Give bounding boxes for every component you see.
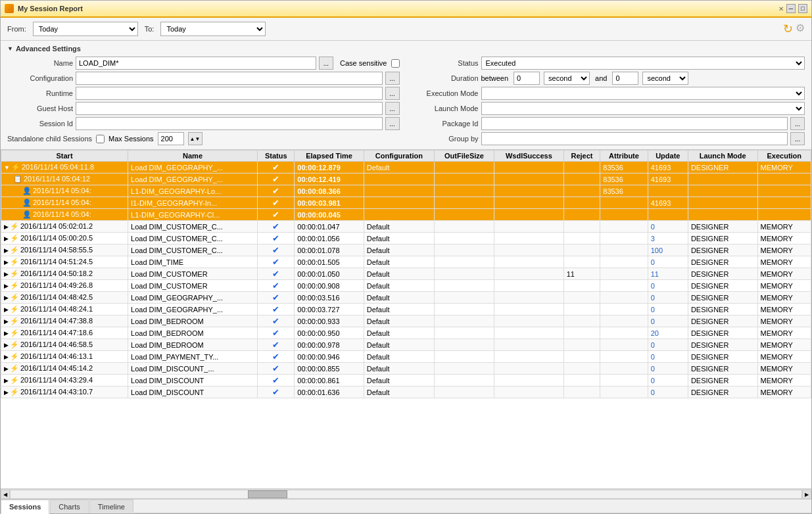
cell-status: ✔ [258, 351, 295, 363]
tab-charts[interactable]: Charts [50, 500, 88, 513]
table-row[interactable]: ▶⚡2016/11/14 04:48:24.1Load DIM_GEOGRAPH… [1, 304, 811, 315]
lightning-icon: ⚡ [10, 258, 19, 266]
collapse-icon[interactable]: ▼ [7, 45, 13, 52]
table-row[interactable]: 👤2016/11/14 05:04:L1-DIM_GEOGRAPHY-Cl...… [1, 209, 811, 221]
tab-timeline[interactable]: Timeline [89, 500, 133, 513]
expand-icon[interactable]: ▶ [4, 271, 9, 277]
expand-icon[interactable]: ▶ [4, 294, 9, 301]
table-row[interactable]: ▶⚡2016/11/14 04:47:38.8Load DIM_BEDROOM✔… [1, 315, 811, 327]
duration-from-unit[interactable]: second minute hour [544, 72, 590, 85]
launch-mode-select[interactable]: DESIGNER CMD [481, 102, 805, 115]
col-update[interactable]: Update [648, 151, 688, 162]
expand-icon[interactable]: ▶ [4, 259, 9, 266]
config-input[interactable] [76, 72, 383, 85]
cell-elapsed: 00:00:00.933 [295, 315, 364, 327]
col-elapsed[interactable]: Elapsed Time [295, 151, 364, 162]
table-row[interactable]: ▶⚡2016/11/14 04:47:18.6Load DIM_BEDROOM✔… [1, 327, 811, 339]
expand-icon[interactable]: ▶ [4, 283, 9, 289]
table-row[interactable]: ▶⚡2016/11/14 04:45:14.2Load DIM_DISCOUNT… [1, 363, 811, 375]
cell-elapsed: 00:00:00.946 [295, 351, 364, 363]
group-by-input[interactable] [481, 132, 788, 145]
duration-to-unit[interactable]: second minute hour [642, 72, 688, 85]
col-wsdl[interactable]: WsdlSuccess [494, 151, 564, 162]
col-name[interactable]: Name [128, 151, 258, 162]
table-row[interactable]: ▶⚡2016/11/14 04:48:42.5Load DIM_GEOGRAPH… [1, 292, 811, 304]
settings-icon[interactable]: ⚙ [796, 22, 805, 36]
expand-icon[interactable]: ▶ [4, 247, 9, 254]
table-row[interactable]: ▶⚡2016/11/14 04:46:13.1Load DIM_PAYMENT_… [1, 351, 811, 363]
expand-icon[interactable]: ▶ [4, 354, 9, 360]
runtime-input[interactable] [76, 87, 383, 100]
table-row[interactable]: ▶⚡2016/11/14 04:49:26.8Load DIM_CUSTOMER… [1, 280, 811, 292]
expand-icon[interactable]: ▶ [4, 389, 9, 396]
col-exec[interactable]: Execution [757, 151, 811, 162]
table-container[interactable]: Start Name Status Elapsed Time Configura… [1, 150, 811, 489]
table-row[interactable]: ▶⚡2016/11/14 04:58:55.5Load DIM_CUSTOMER… [1, 245, 811, 256]
expand-icon[interactable]: ▶ [4, 223, 9, 230]
session-id-input[interactable] [76, 117, 383, 130]
cell-execution: MEMORY [757, 245, 811, 256]
max-sessions-input[interactable] [158, 132, 184, 145]
table-row[interactable]: ▶⚡2016/11/14 04:50:18.2Load DIM_CUSTOMER… [1, 268, 811, 280]
max-sessions-spin[interactable]: ▲▼ [188, 132, 203, 145]
h-scrollbar[interactable] [10, 490, 802, 499]
window-close-icon[interactable]: ✕ [776, 4, 786, 14]
guest-host-row: Guest Host ... [7, 102, 400, 115]
table-row[interactable]: ▶⚡2016/11/14 05:00:20.5Load DIM_CUSTOMER… [1, 233, 811, 245]
duration-from-input[interactable] [513, 72, 540, 85]
expand-icon[interactable]: ▶ [4, 377, 9, 384]
exec-mode-select[interactable]: MEMORY DISK [481, 87, 805, 100]
expand-icon[interactable]: ▶ [4, 235, 9, 242]
name-browse-button[interactable]: ... [319, 57, 333, 70]
status-select[interactable]: Executed Running Failed All [481, 57, 805, 70]
expand-icon[interactable]: ▼ [4, 164, 10, 171]
table-row[interactable]: 👤2016/11/14 05:04:I1-DIM_GEOGRAPHY-In...… [1, 197, 811, 209]
col-start[interactable]: Start [1, 151, 128, 162]
expand-icon[interactable]: ▶ [4, 306, 9, 313]
table-row[interactable]: ▶⚡2016/11/14 04:51:24.5Load DIM_TIME✔00:… [1, 256, 811, 268]
cell-execution: MEMORY [757, 386, 811, 398]
expand-icon[interactable]: ▶ [4, 342, 9, 348]
cell-name: Load DIM_CUSTOMER_C... [128, 245, 258, 256]
scrollbar-area: ◀ ▶ [1, 489, 811, 499]
col-attribute[interactable]: Attribute [600, 151, 648, 162]
refresh-icon[interactable]: ↻ [783, 22, 793, 36]
table-row[interactable]: ▶⚡2016/11/14 04:43:10.7Load DIM_DISCOUNT… [1, 386, 811, 398]
maximize-button[interactable]: □ [798, 4, 807, 13]
minimize-button[interactable]: ─ [786, 4, 796, 13]
cell-name: Load DIM_TIME [128, 256, 258, 268]
table-row[interactable]: 👤2016/11/14 05:04:L1-DIM_GEOGRAPHY-Lo...… [1, 185, 811, 197]
standalone-checkbox[interactable] [96, 135, 105, 143]
table-row[interactable]: ▶⚡2016/11/14 04:43:29.4Load DIM_DISCOUNT… [1, 375, 811, 386]
package-id-browse-button[interactable]: ... [790, 117, 805, 130]
config-browse-button[interactable]: ... [385, 72, 400, 85]
expand-icon[interactable]: ▶ [4, 365, 9, 372]
to-select[interactable]: Today Yesterday Last Week [160, 22, 266, 36]
guest-host-input[interactable] [76, 102, 383, 115]
duration-to-input[interactable] [612, 72, 638, 85]
from-select[interactable]: Today Yesterday Last Week [33, 22, 138, 36]
col-outfile[interactable]: OutFileSize [434, 151, 494, 162]
table-row[interactable]: ▶⚡2016/11/14 05:02:01.2Load DIM_CUSTOMER… [1, 221, 811, 233]
scroll-left-button[interactable]: ◀ [1, 490, 10, 499]
table-row[interactable]: 📋2016/11/14 05:04:12Load DIM_GEOGRAPHY_.… [1, 174, 811, 185]
col-reject[interactable]: Reject [563, 151, 600, 162]
col-launch[interactable]: Launch Mode [688, 151, 757, 162]
col-config[interactable]: Configuration [364, 151, 434, 162]
cell-status: ✔ [258, 256, 295, 268]
h-scroll-thumb[interactable] [248, 490, 287, 498]
table-row[interactable]: ▼⚡2016/11/14 05:04:11.8Load DIM_GEOGRAPH… [1, 162, 811, 174]
expand-icon[interactable]: ▶ [4, 330, 9, 337]
table-row[interactable]: ▶⚡2016/11/14 04:46:58.5Load DIM_BEDROOM✔… [1, 339, 811, 351]
scroll-right-button[interactable]: ▶ [802, 490, 811, 499]
group-by-browse-button[interactable]: ... [790, 132, 805, 145]
name-input[interactable] [76, 57, 316, 70]
tab-sessions[interactable]: Sessions [1, 500, 49, 514]
package-id-input[interactable] [481, 117, 788, 130]
guest-host-browse-button[interactable]: ... [385, 102, 400, 115]
runtime-browse-button[interactable]: ... [385, 87, 400, 100]
case-sensitive-checkbox[interactable] [391, 59, 400, 68]
col-status[interactable]: Status [258, 151, 295, 162]
session-id-browse-button[interactable]: ... [385, 117, 400, 130]
expand-icon[interactable]: ▶ [4, 318, 9, 325]
